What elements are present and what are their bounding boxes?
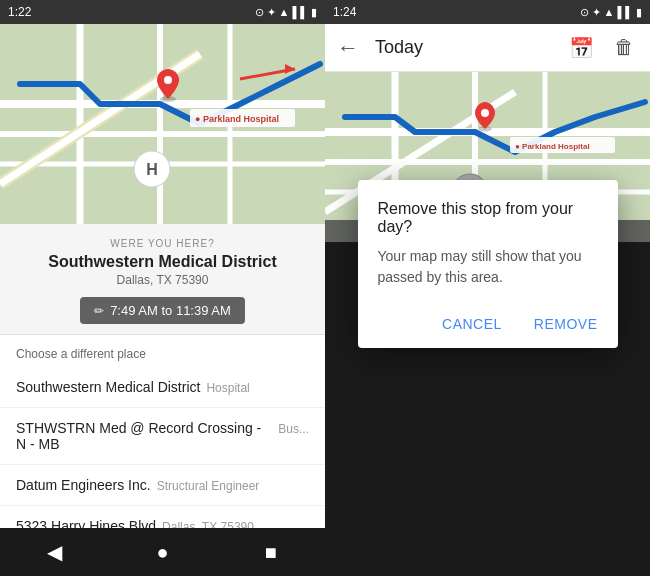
place-type: Structural Engineer	[157, 479, 260, 493]
battery-icon: ▮	[311, 6, 317, 19]
left-phone: 1:22 ⊙ ✦ ▲ ▌▌ ▮	[0, 0, 325, 576]
cancel-button[interactable]: CANCEL	[434, 312, 510, 336]
place-type: Dallas, TX 75390	[162, 520, 254, 528]
place-type: Bus...	[278, 422, 309, 436]
status-bar-left: 1:22 ⊙ ✦ ▲ ▌▌ ▮	[0, 0, 325, 24]
remove-button[interactable]: REMOVE	[526, 312, 606, 336]
place-name: Southwestern Medical District	[16, 379, 200, 395]
place-name: Datum Engineers Inc.	[16, 477, 151, 493]
svg-text:H: H	[146, 161, 158, 178]
map-area-left: ● Parkland Hospital H	[0, 24, 325, 224]
nav-bar-left: ◀ ● ■	[0, 528, 325, 576]
place-name: 5323 Harry Hines Blvd	[16, 518, 156, 528]
wifi-icon: ▲	[279, 6, 290, 18]
list-item[interactable]: Datum Engineers Inc. Structural Engineer	[0, 465, 325, 506]
place-list: Southwestern Medical District Hospital S…	[0, 367, 325, 528]
content-panel-left: WERE YOU HERE? Southwestern Medical Dist…	[0, 224, 325, 528]
location-address: Dallas, TX 75390	[16, 273, 309, 287]
list-item[interactable]: Southwestern Medical District Hospital	[0, 367, 325, 408]
recents-nav-button[interactable]: ■	[251, 532, 291, 572]
dialog-overlay: Remove this stop from your day? Your map…	[325, 0, 650, 528]
time-range: 7:49 AM to 11:39 AM	[110, 303, 231, 318]
status-icons-left: ⊙ ✦ ▲ ▌▌ ▮	[255, 6, 317, 19]
right-phone: 1:24 ⊙ ✦ ▲ ▌▌ ▮ ← Today 📅 🗑	[325, 0, 650, 576]
back-nav-button[interactable]: ◀	[34, 532, 74, 572]
bluetooth-icon: ✦	[267, 6, 276, 19]
location-header: WERE YOU HERE? Southwestern Medical Dist…	[0, 224, 325, 335]
list-item[interactable]: STHWSTRN Med @ Record Crossing - N - MB …	[0, 408, 325, 465]
svg-point-15	[164, 76, 172, 84]
edit-icon: ✏	[94, 304, 104, 318]
dialog-actions: CANCEL REMOVE	[358, 304, 618, 348]
time-badge[interactable]: ✏ 7:49 AM to 11:39 AM	[80, 297, 245, 324]
status-time-left: 1:22	[8, 5, 31, 19]
dialog-title: Remove this stop from your day?	[358, 180, 618, 246]
location-name: Southwestern Medical District	[16, 253, 309, 271]
home-nav-button[interactable]: ●	[142, 532, 182, 572]
map-svg-left: ● Parkland Hospital H	[0, 24, 325, 224]
svg-text:● Parkland Hospital: ● Parkland Hospital	[195, 114, 279, 124]
were-you-here-label: WERE YOU HERE?	[16, 238, 309, 249]
choose-label: Choose a different place	[0, 335, 325, 367]
signal-icon: ▌▌	[292, 6, 308, 18]
place-type: Hospital	[206, 381, 249, 395]
place-name: STHWSTRN Med @ Record Crossing - N - MB	[16, 420, 272, 452]
dialog: Remove this stop from your day? Your map…	[358, 180, 618, 348]
location-icon: ⊙	[255, 6, 264, 19]
list-item[interactable]: 5323 Harry Hines Blvd Dallas, TX 75390	[0, 506, 325, 528]
dialog-body: Your map may still show that you passed …	[358, 246, 618, 304]
